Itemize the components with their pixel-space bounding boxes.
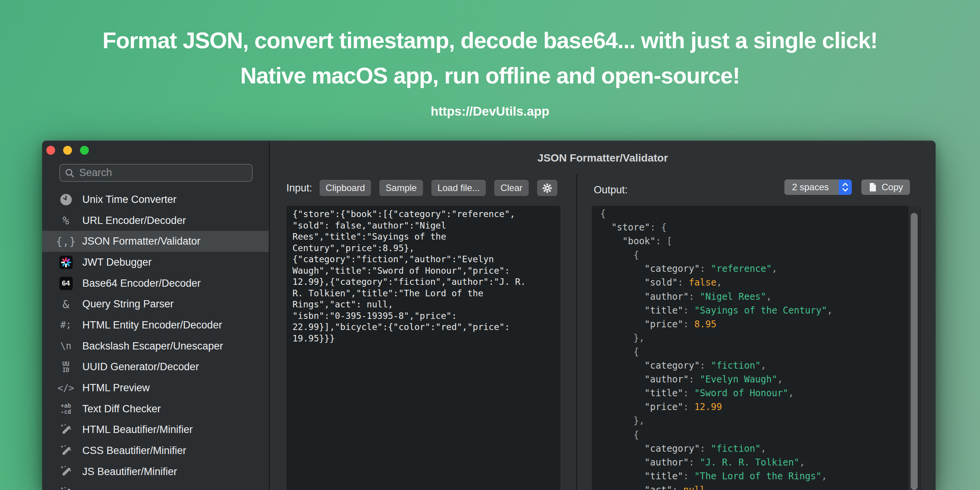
sidebar-item-label: JWT Debugger — [82, 256, 152, 268]
load-file-button[interactable]: Load file... — [431, 180, 486, 196]
input-label: Input: — [286, 182, 312, 194]
output-code-line: "price": 12.99 — [600, 400, 901, 414]
input-editor[interactable]: {"store":{"book":[{"category":"reference… — [286, 206, 560, 490]
input-code-line: R. Tolkien","title":"The Lord of the — [292, 288, 554, 299]
input-toolbar: Input: ClipboardSampleLoad file...Clear — [286, 180, 557, 196]
output-code-line: "category": "fiction", — [600, 442, 901, 456]
input-code-line: Century","price":8.95}, — [292, 243, 554, 254]
sidebar-item-uuid-generator-decoder[interactable]: UU IDUUID Generator/Decoder — [42, 357, 269, 378]
output-code-line: { — [600, 207, 901, 220]
sidebar-item-label: Unix Time Converter — [82, 194, 176, 206]
sidebar-item-query-string-parser[interactable]: &Query String Parser — [42, 294, 269, 315]
sidebar-item-html-beautifier-minifier[interactable]: HTML Beautifier/Minifier — [42, 420, 269, 441]
wand-icon — [59, 486, 73, 490]
sidebar-item-backslash-escaper-unescaper[interactable]: \nBackslash Escaper/Unescaper — [42, 336, 269, 357]
title-bar: JSON Formatter/Validator — [270, 140, 936, 174]
sidebar-item-partial-item[interactable] — [42, 482, 269, 490]
output-scrollbar[interactable] — [908, 206, 920, 490]
output-code-line: "sold": false, — [600, 276, 901, 289]
output-code-line: { — [600, 428, 901, 442]
sidebar-item-html-entity-encoder-decoder[interactable]: #;HTML Entity Encoder/Decoder — [42, 315, 269, 336]
input-code-line: 12.99},{"category":"fiction","author":"J… — [292, 276, 554, 288]
output-code-line: "title": "Sword of Honour", — [600, 386, 901, 400]
zoom-window-button[interactable] — [80, 146, 89, 155]
hero-headline-line1: Format JSON, convert timestamp, decode b… — [0, 28, 980, 54]
minimize-window-button[interactable] — [63, 146, 72, 155]
ampersand-icon: & — [59, 298, 73, 311]
copy-icon — [868, 182, 877, 193]
sidebar-item-url-encoder-decoder[interactable]: %URL Encoder/Decoder — [42, 210, 269, 231]
output-code-line: "act": null — [600, 483, 901, 490]
input-code-line: "sold": false,"author":"Nigel — [292, 220, 554, 232]
output-code-line: { — [600, 345, 901, 359]
wand-icon — [59, 444, 73, 457]
output-code-line: "price": 8.95 — [600, 317, 901, 331]
sidebar-item-label: Backslash Escaper/Unescaper — [82, 340, 223, 352]
diff-icon: +ab -cd — [59, 403, 73, 415]
hero-url: https://DevUtils.app — [0, 104, 980, 119]
main-area: JSON Formatter/Validator Input: Clipboar… — [270, 140, 936, 490]
sidebar-item-css-beautifier-minifier[interactable]: CSS Beautifier/Minifier — [42, 440, 269, 461]
sidebar-item-unix-time-converter[interactable]: Unix Time Converter — [42, 189, 269, 210]
sidebar: Unix Time Converter%URL Encoder/Decoder{… — [42, 140, 270, 490]
wand-icon — [59, 465, 73, 478]
entity-icon: #; — [59, 320, 73, 330]
output-code-line: "author": "Evelyn Waugh", — [600, 372, 901, 386]
sidebar-item-label: Base64 Encoder/Decoder — [82, 278, 201, 289]
code-icon: </> — [59, 383, 73, 394]
input-code-line: {"category":"fiction","author":"Evelyn — [292, 254, 554, 265]
stepper-arrows-icon[interactable] — [839, 180, 852, 195]
clear-button[interactable]: Clear — [494, 180, 528, 196]
input-code-line: Rings","act": null, — [292, 299, 554, 310]
percent-icon: % — [59, 214, 73, 227]
sidebar-item-text-diff-checker[interactable]: +ab -cdText Diff Checker — [42, 399, 269, 420]
close-window-button[interactable] — [46, 146, 55, 155]
sample-button[interactable]: Sample — [379, 180, 423, 196]
input-panel: Input: ClipboardSampleLoad file...Clear — [270, 174, 576, 490]
sidebar-item-jwt-debugger[interactable]: JWT Debugger — [42, 252, 269, 273]
input-code-line: 22.99}],"bicycle":{"color":"red","price"… — [292, 322, 554, 333]
scrollbar-thumb[interactable] — [911, 213, 918, 490]
clipboard-button[interactable]: Clipboard — [320, 180, 371, 196]
sidebar-tool-list: Unix Time Converter%URL Encoder/Decoder{… — [42, 189, 269, 490]
output-toolbar: 2 spaces Copy — [784, 179, 910, 195]
sidebar-item-label: JSON Formatter/Validator — [82, 235, 201, 247]
uuid-icon: UU ID — [59, 361, 73, 373]
search-icon — [65, 168, 75, 178]
wand-icon — [59, 423, 73, 436]
output-code-line: { — [600, 248, 901, 262]
output-code-line: "author": "J. R. R. Tolkien", — [600, 456, 901, 469]
output-panel: Output: 2 spaces — [577, 174, 936, 490]
sidebar-item-json-formatter-validator[interactable]: {,}JSON Formatter/Validator — [42, 231, 269, 252]
copy-button-label: Copy — [882, 182, 903, 193]
sidebar-item-js-beautifier-minifier[interactable]: JS Beautifier/Minifier — [42, 461, 269, 482]
output-code-line: "book": [ — [600, 234, 901, 248]
braces-icon: {,} — [59, 235, 73, 248]
input-code-line: "isbn":"0-395-19395-8","price": — [292, 310, 554, 322]
sidebar-item-html-preview[interactable]: </>HTML Preview — [42, 377, 269, 399]
input-code-line: 19.95}}} — [292, 333, 554, 345]
sidebar-item-base64-encoder-decoder[interactable]: 64Base64 Encoder/Decoder — [42, 273, 269, 294]
output-code-line: "title": "Sayings of the Century", — [600, 304, 901, 317]
output-code-line: "title": "The Lord of the Rings", — [600, 469, 901, 483]
window-title: JSON Formatter/Validator — [270, 152, 936, 164]
search-input[interactable] — [78, 167, 247, 179]
app-window: Unix Time Converter%URL Encoder/Decoder{… — [42, 140, 936, 490]
copy-button[interactable]: Copy — [861, 180, 910, 195]
sidebar-item-label: Text Diff Checker — [82, 403, 161, 415]
output-code-line: }, — [600, 414, 901, 428]
input-settings-button[interactable] — [537, 180, 557, 196]
output-code-line: "category": "fiction", — [600, 359, 901, 372]
base64-icon: 64 — [59, 277, 73, 290]
output-label-row: Output: — [594, 182, 635, 198]
content-area: Input: ClipboardSampleLoad file...Clear — [270, 174, 936, 490]
sidebar-item-label: HTML Entity Encoder/Decoder — [82, 319, 222, 331]
sidebar-item-label: CSS Beautifier/Minifier — [82, 445, 186, 457]
search-field[interactable] — [59, 164, 253, 182]
hero-headline-line2: Native macOS app, run offline and open-s… — [0, 63, 980, 89]
sidebar-item-label: JS Beautifier/Minifier — [82, 466, 177, 478]
sidebar-item-label: HTML Beautifier/Minifier — [82, 424, 193, 436]
output-viewer[interactable]: { "store": { "book": [ { "category": "re… — [592, 206, 921, 490]
indent-select[interactable]: 2 spaces — [784, 180, 852, 195]
sidebar-item-label: UUID Generator/Decoder — [82, 361, 199, 373]
